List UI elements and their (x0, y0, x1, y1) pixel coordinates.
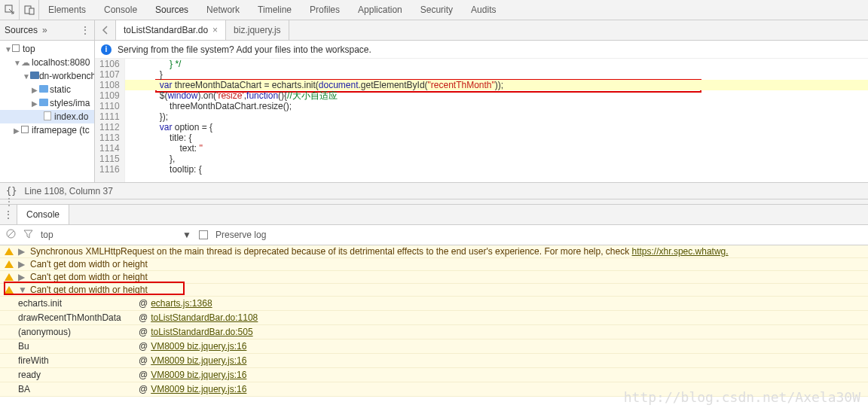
main-tab-profiles[interactable]: Profiles (301, 5, 349, 15)
sources-toolbar: Sources » ⋮ toListStandardBar.do×biz.jqu… (0, 20, 868, 41)
main-tab-application[interactable]: Application (349, 5, 411, 15)
expand-arrow-icon[interactable]: ▼ (18, 285, 26, 295)
main-tab-audits[interactable]: Audits (462, 5, 505, 15)
console-message[interactable]: ▶Synchronous XMLHttpRequest on the main … (0, 245, 868, 258)
drawer-menu-icon[interactable]: ⋮ (0, 209, 17, 220)
stack-location-link[interactable]: echarts.js:1368 (151, 298, 212, 309)
cloud-icon (21, 57, 32, 68)
main-tab-sources[interactable]: Sources (146, 5, 197, 15)
navigator-menu-icon[interactable]: ⋮ (81, 25, 90, 35)
code-editor[interactable]: 1106110711081109111011111112111311141115… (95, 59, 868, 182)
code-line[interactable]: } (125, 69, 868, 80)
code-line[interactable]: title: { (125, 132, 868, 143)
tree-item[interactable]: index.do (0, 110, 94, 123)
code-line[interactable]: } */ (125, 59, 868, 69)
context-selector[interactable]: top ▼ (41, 230, 191, 240)
navigator-header: Sources » ⋮ (0, 20, 95, 40)
stack-function: Bu (18, 341, 139, 352)
code-line[interactable]: $(window).on('resize',function(){//大小自适应 (125, 90, 868, 101)
main-tab-elements[interactable]: Elements (39, 5, 95, 15)
main-tab-timeline[interactable]: Timeline (249, 5, 301, 15)
code-line[interactable]: var option = { (125, 122, 868, 132)
code-line[interactable]: }); (125, 111, 868, 122)
code-line[interactable]: text: '' (125, 143, 868, 154)
stack-frame[interactable]: BA@VM8009 biz.jquery.js:16 (0, 382, 868, 397)
expand-arrow-icon[interactable]: ▶ (18, 246, 26, 257)
chevron-right-icon[interactable]: » (42, 25, 47, 35)
console-message[interactable]: ▼Can't get dom width or height (0, 284, 868, 297)
tree-arrow-icon[interactable]: ▼ (5, 45, 12, 53)
stack-location-link[interactable]: toListStandardBar.do:505 (151, 327, 252, 337)
help-link[interactable]: https://xhr.spec.whatwg. (632, 246, 729, 257)
preserve-log-checkbox[interactable] (199, 230, 208, 239)
console-message[interactable]: ▶Can't get dom width or height (0, 258, 868, 271)
main-tab-security[interactable]: Security (411, 5, 462, 15)
expand-arrow-icon[interactable]: ▶ (18, 259, 26, 269)
tree-item[interactable]: ▼ dn-workbench (0, 69, 94, 83)
braces-icon[interactable]: {} (6, 186, 17, 196)
line-number: 1109 (99, 90, 120, 101)
stack-frame[interactable]: echarts.init@echarts.js:1368 (0, 297, 868, 311)
close-icon[interactable]: × (212, 25, 218, 35)
file-tab[interactable]: toListStandardBar.do× (116, 20, 226, 40)
tree-label: static (50, 84, 71, 95)
tree-item[interactable]: ▼ top (0, 42, 94, 56)
console-message[interactable]: ▶Can't get dom width or height (0, 271, 868, 284)
editor-status-bar: {} Line 1108, Column 37 (0, 182, 868, 199)
file-icon (44, 111, 54, 123)
stack-frame[interactable]: (anonymous)@toListStandardBar.do:505 (0, 325, 868, 339)
code-line[interactable]: tooltip: { (125, 164, 868, 175)
tree-item[interactable]: ▶ iframepage (tc (0, 123, 94, 137)
line-number: 1111 (99, 111, 120, 122)
workspace-info-bar: i Serving from the file system? Add your… (95, 41, 868, 59)
message-text: Can't get dom width or height (30, 285, 148, 295)
filter-icon[interactable] (23, 229, 33, 241)
info-text: Serving from the file system? Add your f… (118, 44, 371, 55)
folder-icon (39, 84, 50, 95)
tree-item[interactable]: ▶ styles/ima (0, 96, 94, 110)
tree-arrow-icon[interactable]: ▶ (32, 86, 39, 94)
stack-location-link[interactable]: toListStandardBar.do:1108 (151, 312, 258, 323)
stack-function: BA (18, 384, 139, 394)
file-tree[interactable]: ▼ top▼ localhost:8080▼ dn-workbench▶ sta… (0, 41, 95, 182)
code-line[interactable]: var threeMonthDataChart = echarts.init(d… (125, 80, 868, 90)
tree-arrow-icon[interactable]: ▼ (14, 59, 21, 67)
tree-arrow-icon[interactable]: ▶ (14, 126, 21, 135)
code-line[interactable]: }, (125, 154, 868, 164)
stack-location-link[interactable]: VM8009 biz.jquery.js:16 (151, 384, 246, 394)
main-tab-network[interactable]: Network (197, 5, 249, 15)
stack-location-link[interactable]: VM8009 biz.jquery.js:16 (151, 355, 246, 366)
file-tab-label: toListStandardBar.do (124, 25, 208, 35)
main-tab-console[interactable]: Console (95, 5, 146, 15)
context-label: top (41, 230, 53, 240)
device-icon[interactable] (20, 0, 39, 20)
folder-icon (30, 71, 39, 81)
line-number: 1108 (99, 80, 120, 90)
stack-location-link[interactable]: VM8009 biz.jquery.js:16 (151, 370, 246, 380)
stack-frame[interactable]: drawRecentThMonthData@toListStandardBar.… (0, 311, 868, 325)
tree-label: localhost:8080 (32, 57, 90, 68)
tree-item[interactable]: ▼ localhost:8080 (0, 56, 94, 69)
console-output[interactable]: ▶Synchronous XMLHttpRequest on the main … (0, 245, 868, 397)
console-tab[interactable]: Console (17, 205, 69, 224)
clear-console-icon[interactable] (6, 229, 16, 241)
stack-frame[interactable]: fireWith@VM8009 biz.jquery.js:16 (0, 354, 868, 368)
stack-frame[interactable]: ready@VM8009 biz.jquery.js:16 (0, 368, 868, 382)
stack-location-link[interactable]: VM8009 biz.jquery.js:16 (151, 341, 246, 352)
tree-arrow-icon[interactable]: ▶ (32, 99, 39, 108)
tree-item[interactable]: ▶ static (0, 83, 94, 96)
code-line[interactable]: threeMonthDataChart.resize(); (125, 101, 868, 111)
tree-arrow-icon[interactable]: ▼ (23, 72, 30, 81)
inspect-icon[interactable] (0, 0, 20, 20)
svg-line-4 (8, 231, 14, 236)
line-number: 1107 (99, 69, 120, 80)
file-tab[interactable]: biz.jquery.js (226, 20, 289, 40)
nav-back-icon[interactable] (95, 20, 116, 40)
drawer-resize-handle[interactable]: ⋮ (0, 199, 868, 205)
stack-function: fireWith (18, 355, 139, 366)
sources-content: ▼ top▼ localhost:8080▼ dn-workbench▶ sta… (0, 41, 868, 182)
line-number: 1106 (99, 59, 120, 69)
expand-arrow-icon[interactable]: ▶ (18, 272, 26, 282)
stack-frame[interactable]: Bu@VM8009 biz.jquery.js:16 (0, 339, 868, 354)
code-body[interactable]: } */ } var threeMonthDataChart = echarts… (125, 59, 868, 182)
